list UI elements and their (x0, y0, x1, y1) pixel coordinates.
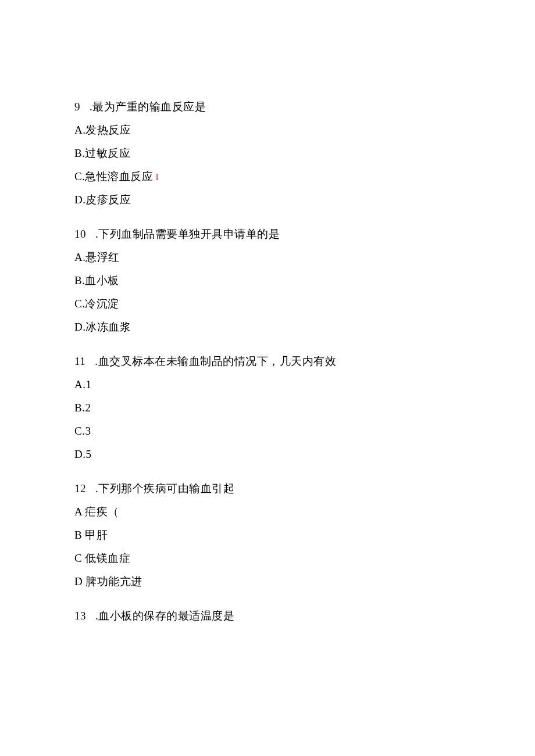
question-number: 9 (74, 101, 80, 112)
question-stem: 11.血交叉标本在未输血制品的情况下，几天内有效 (74, 356, 535, 367)
option-a: A.发热反应 (74, 124, 535, 135)
question-number: 11 (74, 356, 85, 367)
option-c: C 低镁血症 (74, 553, 535, 564)
option-b: B.过敏反应 (74, 148, 535, 159)
option-c: C.冷沉淀 (74, 298, 535, 309)
stem-text: .血交叉标本在未输血制品的情况下，几天内有效 (95, 355, 336, 367)
question-9: 9.最为产重的输血反应是 A.发热反应 B.过敏反应 C.急性溶血反应I D.皮… (74, 101, 535, 205)
option-b: B 甲肝 (74, 529, 535, 540)
option-a: A.1 (74, 379, 535, 390)
document-body: 9.最为产重的输血反应是 A.发热反应 B.过敏反应 C.急性溶血反应I D.皮… (74, 101, 535, 621)
option-d: D 脾功能亢进 (74, 576, 535, 587)
option-d: D.皮疹反应 (74, 194, 535, 205)
option-a: A.悬浮红 (74, 252, 535, 263)
stem-text: .下列血制品需要单独开具申请单的是 (95, 228, 280, 240)
question-number: 13 (74, 610, 86, 621)
option-b: B.2 (74, 402, 535, 413)
question-12: 12.下列那个疾病可由输血引起 A 疟疾（ B 甲肝 C 低镁血症 D 脾功能亢… (74, 483, 535, 587)
option-c: C.急性溶血反应I (74, 171, 535, 182)
option-d: D.冰冻血浆 (74, 321, 535, 332)
question-13: 13.血小板的保存的最适温度是 (74, 610, 535, 621)
option-c: C.3 (74, 425, 535, 436)
question-number: 12 (74, 483, 86, 494)
question-10: 10.下列血制品需要单独开具申请单的是 A.悬浮红 B.血小板 C.冷沉淀 D.… (74, 228, 535, 332)
question-stem: 10.下列血制品需要单独开具申请单的是 (74, 228, 535, 239)
question-stem: 13.血小板的保存的最适温度是 (74, 610, 535, 621)
stem-text: .最为产重的输血反应是 (90, 101, 206, 113)
answer-marker-icon: I (155, 172, 159, 182)
question-stem: 12.下列那个疾病可由输血引起 (74, 483, 535, 494)
question-number: 10 (74, 228, 86, 239)
option-d: D.5 (74, 449, 535, 460)
question-11: 11.血交叉标本在未输血制品的情况下，几天内有效 A.1 B.2 C.3 D.5 (74, 356, 535, 460)
option-b: B.血小板 (74, 275, 535, 286)
question-stem: 9.最为产重的输血反应是 (74, 101, 535, 112)
stem-text: .下列那个疾病可由输血引起 (95, 482, 234, 495)
option-a: A 疟疾（ (74, 506, 535, 517)
stem-text: .血小板的保存的最适温度是 (95, 610, 234, 622)
